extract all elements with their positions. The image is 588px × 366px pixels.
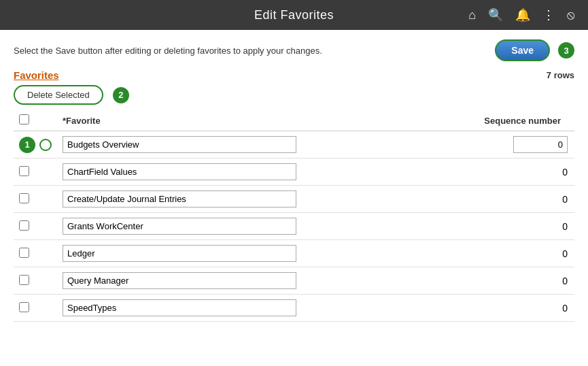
sequence-cell: 0 [302,213,574,240]
favorites-title: Favorites [14,69,59,81]
favorites-table: *Favorite Sequence number 1 [14,110,574,322]
sequence-value: 0 [562,248,568,259]
table-row: 0 [14,186,574,213]
table-row: 1 [14,131,574,159]
favorite-name-input[interactable] [63,272,296,289]
header-icons: ⌂ 🔍 🔔 ⋮ ⦸ [520,7,574,22]
favorite-name-cell [57,186,302,213]
favorite-name-input[interactable] [63,163,296,180]
sequence-cell: 0 [302,267,574,295]
row-checkbox[interactable] [19,275,29,285]
table-row: 0 [14,213,574,240]
sequence-value: 0 [562,167,568,178]
row-checkbox-cell [14,240,57,267]
sequence-cell: 0 [302,186,574,213]
sequence-cell [302,131,574,159]
favorite-name-cell [57,213,302,240]
row-checkbox[interactable] [19,220,29,231]
row-radio-button[interactable] [39,139,52,151]
delete-badge: 2 [113,87,129,103]
search-icon[interactable]: 🔍 [488,7,503,22]
block-icon[interactable]: ⦸ [567,8,574,22]
sequence-input[interactable] [513,136,568,153]
bell-icon[interactable]: 🔔 [515,7,530,22]
info-bar: Select the Save button after editing or … [14,39,574,61]
row-1-badge: 1 [19,137,35,153]
sequence-cell: 0 [302,240,574,267]
table-row: 0 [14,159,574,186]
favorite-name-input[interactable] [63,136,296,153]
row-checkbox-cell: 1 [14,131,57,159]
save-badge: 3 [558,42,574,59]
table-row: 0 [14,240,574,267]
sequence-value: 0 [562,194,568,205]
save-button[interactable]: Save [495,39,550,61]
table-row: 0 [14,267,574,295]
sequence-value: 0 [562,276,568,286]
sequence-cell: 0 [302,159,574,186]
favorite-name-input[interactable] [63,218,296,235]
table-header-row: *Favorite Sequence number [14,110,574,131]
row-checkbox-cell [14,213,57,240]
delete-row: Delete Selected 2 [14,85,574,105]
row-checkbox[interactable] [19,248,29,258]
row-checkbox[interactable] [19,302,29,312]
delete-selected-button[interactable]: Delete Selected [14,85,103,105]
row-checkbox-cell [14,267,57,295]
main-content: Select the Save button after editing or … [0,30,588,329]
save-btn-wrapper: Save 3 [495,39,574,61]
sequence-value: 0 [562,303,568,314]
more-vert-icon[interactable]: ⋮ [542,7,555,22]
favorite-name-cell [57,267,302,295]
favorite-name-input[interactable] [63,190,296,207]
favorite-name-input[interactable] [63,299,296,316]
row-checkbox[interactable] [19,166,29,176]
rows-count: 7 rows [547,70,574,80]
info-message: Select the Save button after editing or … [14,46,322,56]
row-checkbox[interactable] [19,193,29,203]
col-favorite-header: *Favorite [57,110,302,131]
select-all-checkbox[interactable] [19,114,29,124]
favorite-name-cell [57,295,302,322]
sequence-cell: 0 [302,295,574,322]
col-sequence-header: Sequence number [302,110,574,131]
favorites-section: Favorites 7 rows Delete Selected 2 *Favo… [14,69,574,322]
row-checkbox-cell [14,186,57,213]
page-title: Edit Favorites [68,8,520,22]
table-row: 0 [14,295,574,322]
favorites-header: Favorites 7 rows [14,69,574,81]
row-checkbox-cell [14,159,57,186]
header-bar: Edit Favorites ⌂ 🔍 🔔 ⋮ ⦸ [0,0,588,30]
favorite-name-cell [57,131,302,159]
home-icon[interactable]: ⌂ [468,8,476,22]
row-checkbox-cell [14,295,57,322]
favorite-name-cell [57,240,302,267]
favorite-name-input[interactable] [63,245,296,262]
sequence-value: 0 [562,221,568,232]
favorite-name-cell [57,159,302,186]
